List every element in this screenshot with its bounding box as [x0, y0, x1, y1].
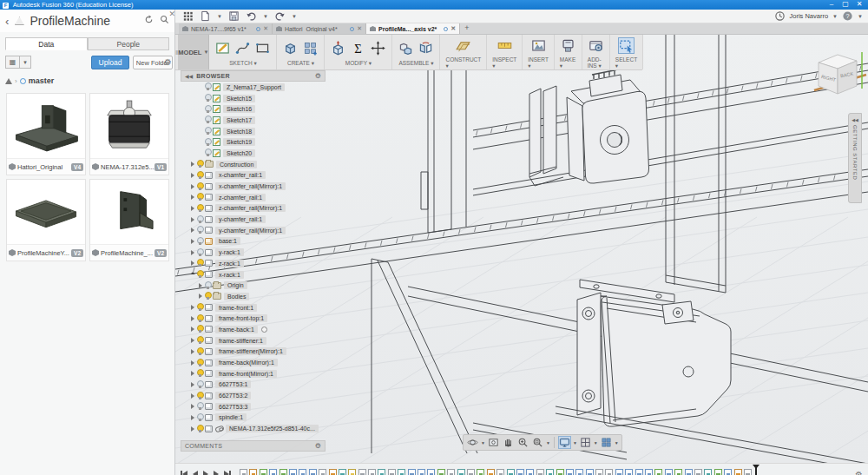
browser-item[interactable]: frame-back:1: [181, 324, 326, 335]
close-tab-icon[interactable]: ✕: [263, 25, 268, 32]
expand-arrow-icon[interactable]: [188, 327, 196, 332]
viewports-icon-caret[interactable]: ▼: [615, 440, 619, 445]
fit-icon-caret[interactable]: ▼: [546, 440, 550, 445]
timeline-feature-icon[interactable]: [575, 469, 583, 475]
expand-arrow-icon[interactable]: [188, 173, 196, 178]
workspace-switcher[interactable]: MODEL ▼: [178, 35, 209, 69]
browser-item[interactable]: Sketch18: [181, 126, 326, 137]
timeline-feature-icon[interactable]: [615, 469, 623, 475]
grid-settings-icon-caret[interactable]: ▼: [594, 440, 598, 445]
browser-item-label[interactable]: Z_Nema17_Support: [223, 83, 285, 91]
browser-item[interactable]: x-rack:1: [181, 269, 326, 280]
timeline-feature-icon[interactable]: [645, 469, 653, 475]
display-settings-icon-caret[interactable]: ▼: [573, 440, 577, 445]
move-icon[interactable]: [370, 40, 386, 56]
rectangle-icon[interactable]: [254, 40, 271, 56]
timeline-feature-icon[interactable]: [348, 469, 356, 475]
browser-item-label[interactable]: Sketch17: [223, 116, 255, 124]
skip-start-icon[interactable]: [181, 471, 187, 475]
visibility-bulb-icon[interactable]: [196, 425, 203, 433]
browser-item-label[interactable]: 6627T53:2: [215, 392, 251, 399]
browser-item[interactable]: NEMA-17.312e5f25-d851-40c...: [181, 423, 326, 434]
help-icon[interactable]: ?: [842, 10, 853, 22]
breadcrumb[interactable]: ›master: [5, 76, 169, 87]
visibility-bulb-icon[interactable]: [196, 182, 203, 191]
browser-item-label[interactable]: Sketch16: [223, 105, 255, 113]
expand-arrow-icon[interactable]: [188, 195, 196, 200]
timeline-feature-icon[interactable]: [635, 469, 643, 475]
timeline-feature-icon[interactable]: [329, 469, 337, 475]
press-pull-icon[interactable]: [330, 40, 346, 56]
browser-item[interactable]: y-rack:1: [181, 247, 326, 258]
browser-item-label[interactable]: x-rack:1: [215, 271, 244, 279]
ribbon-group-label[interactable]: SKETCH ▾: [229, 60, 256, 67]
timeline-feature-icon[interactable]: [388, 469, 396, 475]
browser-item[interactable]: Origin: [181, 280, 326, 291]
visibility-bulb-icon[interactable]: [196, 215, 203, 224]
browser-item[interactable]: z-rack:1: [181, 258, 326, 269]
visibility-bulb-icon[interactable]: [204, 94, 211, 102]
fit-icon[interactable]: [531, 436, 544, 449]
play-icon[interactable]: [203, 471, 208, 475]
browser-item-label[interactable]: y-chamfer_rail:1: [215, 215, 266, 223]
expand-arrow-icon[interactable]: [196, 283, 204, 288]
close-tab-icon[interactable]: ✕: [357, 25, 362, 32]
browser-item-label[interactable]: Bodies: [224, 293, 249, 300]
3d-print-icon[interactable]: [560, 37, 576, 54]
expand-arrow-icon[interactable]: [188, 404, 196, 409]
expand-arrow-icon[interactable]: [188, 228, 196, 233]
user-menu[interactable]: Joris Navarro: [790, 12, 829, 20]
view-mode-icon[interactable]: ▦: [5, 56, 20, 69]
browser-item[interactable]: 6627T53:3: [181, 401, 326, 412]
visibility-bulb-icon[interactable]: [196, 359, 203, 367]
orbit-icon[interactable]: [466, 436, 479, 449]
timeline-feature-icon[interactable]: [240, 469, 247, 475]
browser-item-label[interactable]: Sketch20: [223, 149, 255, 157]
file-icon[interactable]: [200, 10, 211, 22]
browser-item-label[interactable]: Sketch19: [223, 138, 255, 146]
browser-item[interactable]: frame-front-top:1: [181, 313, 326, 324]
timeline-feature-icon[interactable]: [477, 469, 484, 475]
insert-image-icon[interactable]: [530, 37, 547, 54]
timeline-feature-icon[interactable]: [299, 469, 306, 475]
display-settings-icon[interactable]: [558, 436, 571, 449]
browser-item-label[interactable]: frame-stiffener:1: [215, 337, 266, 345]
visibility-bulb-icon[interactable]: [204, 292, 211, 300]
help-caret[interactable]: ▼: [858, 14, 863, 19]
browser-item[interactable]: y-chamfer_rail:1: [181, 214, 326, 225]
visibility-bulb-icon[interactable]: [204, 138, 211, 147]
browser-item[interactable]: Sketch15: [181, 93, 326, 104]
expand-arrow-icon[interactable]: [188, 393, 196, 399]
browser-item-label[interactable]: Construction: [216, 161, 257, 168]
timeline-feature-icon[interactable]: [260, 469, 267, 475]
timeline-feature-icon[interactable]: [556, 469, 564, 475]
browser-item-label[interactable]: Origin: [224, 281, 247, 289]
undo-icon[interactable]: [246, 10, 257, 22]
pan-icon[interactable]: [502, 436, 515, 449]
measure-icon[interactable]: [496, 37, 513, 54]
timeline-feature-icon[interactable]: [704, 469, 712, 475]
visibility-bulb-icon[interactable]: [196, 204, 203, 213]
timeline-feature-icon[interactable]: [654, 469, 662, 475]
user-menu-caret[interactable]: ▼: [832, 14, 838, 19]
timeline-feature-icon[interactable]: [249, 469, 257, 475]
expand-arrow-icon[interactable]: [188, 349, 196, 354]
visibility-bulb-icon[interactable]: [196, 402, 203, 411]
ribbon-group-label[interactable]: MODIFY ▾: [345, 60, 372, 67]
skip-end-icon[interactable]: [224, 471, 231, 475]
refresh-icon[interactable]: [144, 15, 154, 26]
timeline-feature-icon[interactable]: [665, 469, 673, 475]
expand-arrow-icon[interactable]: [188, 426, 196, 432]
timeline-feature-icon[interactable]: [368, 469, 376, 475]
step-forward-icon[interactable]: [214, 471, 219, 475]
browser-item[interactable]: Sketch16: [181, 103, 326, 115]
browser-item[interactable]: frame-stiffener:1: [181, 335, 326, 346]
browser-gear-icon[interactable]: ⚙: [315, 72, 321, 80]
timeline-feature-icon[interactable]: [566, 469, 574, 475]
panel-settings-gear-icon[interactable]: ⚙: [164, 57, 172, 67]
timeline-feature-icon[interactable]: [427, 469, 435, 475]
browser-item[interactable]: Sketch19: [181, 136, 326, 148]
timeline-feature-icon[interactable]: [378, 469, 385, 475]
ribbon-group-label[interactable]: ADD-INS ▾: [588, 56, 604, 69]
new-component-icon[interactable]: [398, 40, 414, 56]
